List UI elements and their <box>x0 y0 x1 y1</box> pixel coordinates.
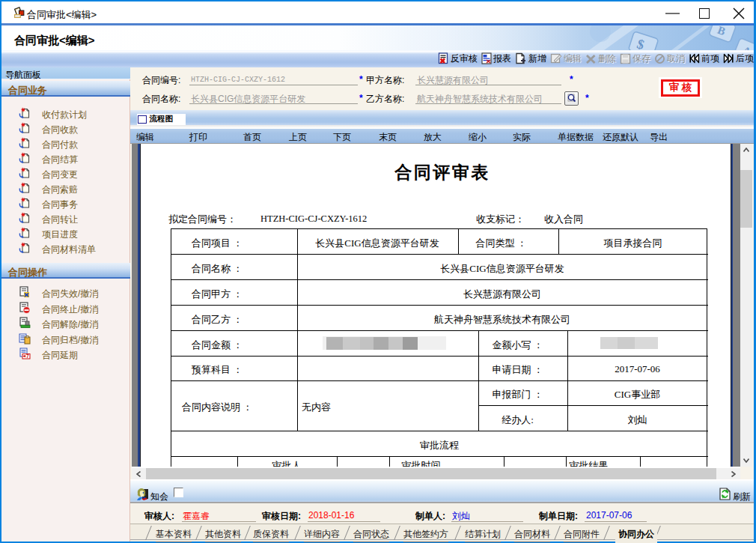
svg-text:7: 7 <box>26 354 29 359</box>
